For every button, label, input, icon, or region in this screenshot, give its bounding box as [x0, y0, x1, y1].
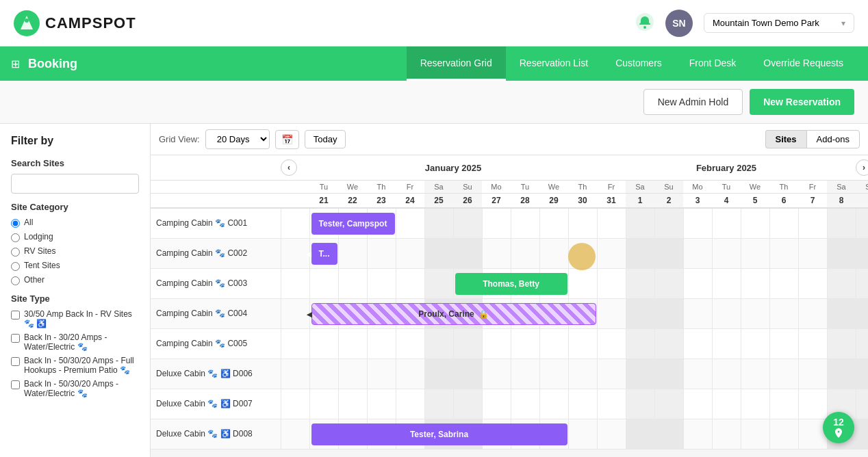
- cell-D008-col13[interactable]: [683, 419, 712, 449]
- cell-D006-col7[interactable]: [511, 358, 539, 389]
- reservation-C004-ProulxCarine[interactable]: Proulx, Carine 🔒◀: [311, 303, 596, 325]
- site-type-back-in-30-20[interactable]: Back In - 30/20 Amps - Water/Electric 🐾: [11, 332, 139, 352]
- cell-C003-col10[interactable]: [597, 268, 626, 298]
- cell-D007-col3[interactable]: [396, 389, 424, 419]
- cell-D006-col9[interactable]: [568, 358, 597, 389]
- tab-front-desk[interactable]: Front Desk: [676, 47, 750, 81]
- today-button[interactable]: Today: [305, 130, 346, 148]
- cell-C005-col3[interactable]: [396, 328, 424, 358]
- cell-C001-col18[interactable]: [827, 208, 856, 238]
- site-type-back-in-50-water[interactable]: Back In - 50/30/20 Amps - Water/Electric…: [11, 379, 139, 398]
- cell-D007-col12[interactable]: [654, 389, 683, 419]
- cell-D007-col15[interactable]: [741, 389, 769, 419]
- cell-C002-col17[interactable]: [798, 238, 827, 268]
- cell-C003-col17[interactable]: [798, 268, 827, 298]
- cell-C004-col13[interactable]: [683, 298, 712, 328]
- prev-arrow-button[interactable]: ‹: [281, 159, 297, 176]
- cell-C001-col11[interactable]: [626, 208, 654, 238]
- next-arrow-button[interactable]: ›: [856, 159, 868, 176]
- days-selector[interactable]: 20 Days 7 Days 14 Days 30 Days: [205, 129, 270, 149]
- cell-D007-col0[interactable]: [309, 389, 338, 419]
- cell-C003-col14[interactable]: [712, 268, 741, 298]
- cell-D007-col10[interactable]: [597, 389, 626, 419]
- cell-C002-col14[interactable]: [712, 238, 741, 268]
- cell-C004-col15[interactable]: [741, 298, 769, 328]
- cell-D007-col14[interactable]: [712, 389, 741, 419]
- cell-C005-col5[interactable]: [453, 328, 482, 358]
- cell-C003-col1[interactable]: [338, 268, 367, 298]
- cell-D006-col8[interactable]: [539, 358, 568, 389]
- cell-C003-col16[interactable]: [769, 268, 798, 298]
- cell-C002-col7[interactable]: [511, 238, 539, 268]
- cell-C001-col19[interactable]: [856, 208, 868, 238]
- cell-D006-col19[interactable]: [856, 358, 868, 389]
- cell-C005-col11[interactable]: [626, 328, 654, 358]
- cell-D007-col1[interactable]: [338, 389, 367, 419]
- cell-C002-col11[interactable]: [626, 238, 654, 268]
- cell-C002-col13[interactable]: [683, 238, 712, 268]
- cell-D008-col19[interactable]: [856, 419, 868, 449]
- cell-D006-col16[interactable]: [769, 358, 798, 389]
- cell-D008-col12[interactable]: [654, 419, 683, 449]
- cell-C004-col12[interactable]: [654, 298, 683, 328]
- cell-D006-col4[interactable]: [424, 358, 453, 389]
- cell-D006-col5[interactable]: [453, 358, 482, 389]
- cell-D008-col15[interactable]: [741, 419, 769, 449]
- cell-C005-col1[interactable]: [338, 328, 367, 358]
- cell-C001-col5[interactable]: [453, 208, 482, 238]
- site-type-back-in-50-full[interactable]: Back In - 50/30/20 Amps - Full Hookups -…: [11, 356, 139, 375]
- cell-C002-col4[interactable]: [424, 238, 453, 268]
- cell-D006-col13[interactable]: [683, 358, 712, 389]
- cell-C003-col18[interactable]: [827, 268, 856, 298]
- cell-D007-col2[interactable]: [367, 389, 396, 419]
- cell-C004-col18[interactable]: [827, 298, 856, 328]
- reservation-C003-ThomasBetty[interactable]: Thomas, Betty: [455, 273, 567, 295]
- park-selector[interactable]: Mountain Town Demo Park ▾: [704, 13, 854, 33]
- cell-C001-col7[interactable]: [511, 208, 539, 238]
- cell-C005-col16[interactable]: [769, 328, 798, 358]
- cell-C005-col8[interactable]: [539, 328, 568, 358]
- cell-C002-col2[interactable]: [367, 238, 396, 268]
- new-admin-hold-button[interactable]: New Admin Hold: [643, 89, 743, 115]
- cell-D006-col6[interactable]: [482, 358, 511, 389]
- cell-C003-col9[interactable]: [568, 268, 597, 298]
- cell-C004-col0[interactable]: Proulx, Carine 🔒◀: [309, 298, 338, 328]
- reservation-C001-TesterCampspot[interactable]: Tester, Campspot: [311, 213, 395, 235]
- cell-C005-col6[interactable]: [482, 328, 511, 358]
- new-reservation-button[interactable]: New Reservation: [750, 89, 854, 115]
- cell-C002-col19[interactable]: [856, 238, 868, 268]
- cell-C001-col15[interactable]: [741, 208, 769, 238]
- cell-D007-col19[interactable]: [856, 389, 868, 419]
- cell-D008-col11[interactable]: [626, 419, 654, 449]
- cell-D006-col15[interactable]: [741, 358, 769, 389]
- cell-D006-col17[interactable]: [798, 358, 827, 389]
- cell-C002-col16[interactable]: [769, 238, 798, 268]
- cell-D006-col10[interactable]: [597, 358, 626, 389]
- tab-reservation-list[interactable]: Reservation List: [506, 47, 602, 81]
- cell-C003-col0[interactable]: [309, 268, 338, 298]
- category-all[interactable]: All: [11, 218, 139, 228]
- cell-C001-col13[interactable]: [683, 208, 712, 238]
- sites-tab-button[interactable]: Sites: [765, 130, 806, 148]
- cell-D007-col17[interactable]: [798, 389, 827, 419]
- category-tent-sites[interactable]: Tent Sites: [11, 261, 139, 271]
- tab-reservation-grid[interactable]: Reservation Grid: [407, 47, 506, 81]
- cell-D007-col16[interactable]: [769, 389, 798, 419]
- cell-C003-col5[interactable]: Thomas, Betty: [453, 268, 482, 298]
- cell-C002-col0[interactable]: T...◀: [309, 238, 338, 268]
- cell-C003-col12[interactable]: [654, 268, 683, 298]
- cell-C002-col15[interactable]: [741, 238, 769, 268]
- cell-D007-col11[interactable]: [626, 389, 654, 419]
- notification-bell-button[interactable]: [635, 12, 654, 34]
- cell-D006-col14[interactable]: [712, 358, 741, 389]
- cell-C002-col10[interactable]: [597, 238, 626, 268]
- cell-C005-col13[interactable]: [683, 328, 712, 358]
- cell-D008-col10[interactable]: [597, 419, 626, 449]
- cell-C001-col10[interactable]: [597, 208, 626, 238]
- cell-C005-col17[interactable]: [798, 328, 827, 358]
- user-avatar[interactable]: SN: [665, 10, 693, 37]
- reservation-D008-TesterSabrina[interactable]: Tester, Sabrina: [311, 423, 567, 445]
- cell-C004-col11[interactable]: [626, 298, 654, 328]
- cell-C005-col19[interactable]: [856, 328, 868, 358]
- cell-C005-col15[interactable]: [741, 328, 769, 358]
